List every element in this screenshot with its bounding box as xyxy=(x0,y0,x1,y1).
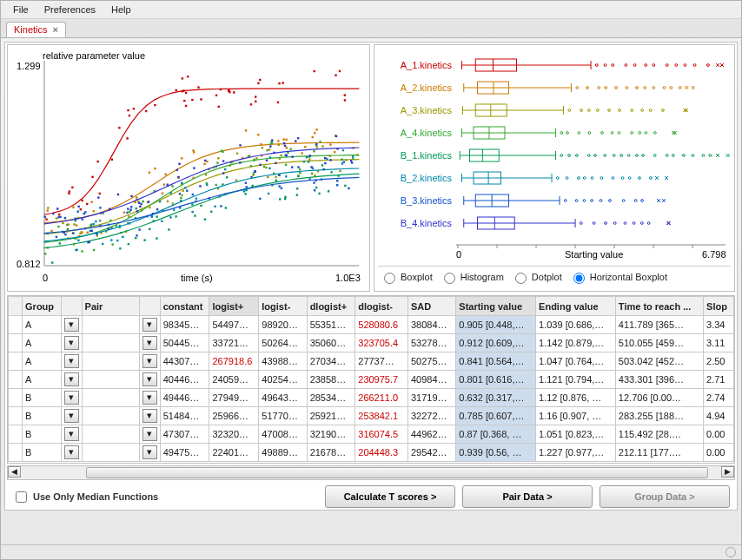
tab-kinetics[interactable]: Kinetics × xyxy=(6,22,66,37)
table-row[interactable]: A▾▾98345…54497…98920…55351…528080.638084… xyxy=(9,316,734,334)
dropdown-icon[interactable]: ▾ xyxy=(64,372,79,386)
group-dropdown[interactable]: ▾ xyxy=(61,334,82,352)
svg-rect-330 xyxy=(146,215,148,217)
dropdown-icon[interactable]: ▾ xyxy=(142,372,157,386)
cell: 510.055 [459… xyxy=(615,334,703,352)
col-header[interactable]: constant xyxy=(160,297,209,316)
dropdown-icon[interactable]: ▾ xyxy=(64,391,79,405)
median-only-checkbox[interactable]: Use Only Median Functions xyxy=(12,489,318,505)
scroll-right-icon[interactable]: ▶ xyxy=(721,466,734,478)
pair-dropdown[interactable]: ▾ xyxy=(139,371,160,389)
pair-dropdown[interactable]: ▾ xyxy=(139,352,160,371)
cell-pair xyxy=(82,389,139,407)
col-header[interactable]: Pair xyxy=(82,297,139,316)
group-dropdown[interactable]: ▾ xyxy=(61,425,82,444)
col-header[interactable]: logist+ xyxy=(209,297,259,316)
col-header[interactable] xyxy=(9,297,23,316)
col-header[interactable]: dlogist- xyxy=(355,297,408,316)
row-check[interactable] xyxy=(9,407,23,425)
table-row[interactable]: B▾▾49475…22401…49889…21678…204448.329542… xyxy=(9,444,734,462)
group-dropdown[interactable]: ▾ xyxy=(61,316,82,334)
dropdown-icon[interactable]: ▾ xyxy=(142,427,157,441)
svg-rect-149 xyxy=(73,223,75,225)
row-check[interactable] xyxy=(9,352,23,371)
col-header[interactable]: Slop xyxy=(704,297,734,316)
col-header[interactable]: logist- xyxy=(259,297,307,316)
radio-horizontal-boxplot[interactable]: Horizontal Boxplot xyxy=(569,270,667,284)
dropdown-icon[interactable]: ▾ xyxy=(142,336,157,350)
pair-data-button[interactable]: Pair Data > xyxy=(462,485,593,508)
table-row[interactable]: A▾▾50445…33721…50264…35060…323705.453278… xyxy=(9,334,734,352)
dropdown-icon[interactable]: ▾ xyxy=(64,445,79,459)
row-check[interactable] xyxy=(9,444,23,462)
svg-rect-263 xyxy=(268,193,269,194)
table-row[interactable]: B▾▾51484…25966…51770…25921…253842.132272… xyxy=(9,407,734,425)
pair-dropdown[interactable]: ▾ xyxy=(139,407,160,425)
group-dropdown[interactable]: ▾ xyxy=(61,407,82,425)
col-header[interactable]: dlogist+ xyxy=(307,297,355,316)
col-header[interactable]: Ending value xyxy=(536,297,616,316)
cell: 43988… xyxy=(259,352,307,371)
menu-help[interactable]: Help xyxy=(104,3,138,16)
group-dropdown[interactable]: ▾ xyxy=(61,352,82,371)
col-header[interactable]: Starting value xyxy=(456,297,536,316)
group-dropdown[interactable]: ▾ xyxy=(61,444,82,462)
svg-point-518 xyxy=(564,200,566,202)
pair-dropdown[interactable]: ▾ xyxy=(139,389,160,407)
tab-close-icon[interactable]: × xyxy=(53,24,58,35)
cell: 0.87 [0.368, … xyxy=(456,425,536,444)
row-check[interactable] xyxy=(9,334,23,352)
cell: 0.905 [0.448,… xyxy=(456,316,536,334)
svg-rect-335 xyxy=(99,207,101,208)
pair-dropdown[interactable]: ▾ xyxy=(139,444,160,462)
table-row[interactable]: B▾▾47307…32320…47008…32190…316074.544962… xyxy=(9,425,734,444)
col-header[interactable] xyxy=(61,297,82,316)
dropdown-icon[interactable]: ▾ xyxy=(64,427,79,441)
table-row[interactable]: B▾▾49446…27949…49643…28534…266211.031719… xyxy=(9,389,734,407)
cell: 27737… xyxy=(355,352,408,371)
dropdown-icon[interactable]: ▾ xyxy=(64,409,79,423)
scroll-left-icon[interactable]: ◀ xyxy=(8,466,21,478)
radio-dotplot[interactable]: Dotplot xyxy=(511,270,562,284)
median-only-input[interactable] xyxy=(16,491,27,503)
pair-dropdown[interactable]: ▾ xyxy=(139,334,160,352)
cell: 283.255 [188… xyxy=(615,407,703,425)
group-data-button[interactable]: Group Data > xyxy=(600,485,730,508)
svg-rect-259 xyxy=(206,184,208,186)
svg-rect-210 xyxy=(143,239,145,240)
calculate-t-scores-button[interactable]: Calculate T scores > xyxy=(325,485,455,508)
menu-preferences[interactable]: Preferences xyxy=(37,3,103,16)
col-header[interactable]: Group xyxy=(23,297,62,316)
row-check[interactable] xyxy=(9,389,23,407)
col-header[interactable]: Time to reach ... xyxy=(615,297,703,316)
svg-rect-89 xyxy=(282,138,284,140)
menu-file[interactable]: File xyxy=(6,3,36,16)
cell: 44307… xyxy=(160,352,209,371)
table-row[interactable]: A▾▾40446…24059…40254…23858…230975.740984… xyxy=(9,371,734,389)
row-check[interactable] xyxy=(9,371,23,389)
group-dropdown[interactable]: ▾ xyxy=(61,389,82,407)
svg-rect-97 xyxy=(192,149,194,151)
dropdown-icon[interactable]: ▾ xyxy=(142,318,157,332)
dropdown-icon[interactable]: ▾ xyxy=(64,336,79,350)
row-check[interactable] xyxy=(9,425,23,444)
pair-dropdown[interactable]: ▾ xyxy=(139,316,160,334)
table-row[interactable]: A▾▾44307…267918.643988…27034…27737…50275… xyxy=(9,352,734,371)
dropdown-icon[interactable]: ▾ xyxy=(142,354,157,368)
horizontal-scrollbar[interactable]: ◀ ▶ xyxy=(7,465,735,480)
svg-rect-17 xyxy=(255,96,256,97)
col-header[interactable] xyxy=(139,297,160,316)
row-check[interactable] xyxy=(9,316,23,334)
col-header[interactable]: SAD xyxy=(407,297,455,316)
scroll-thumb[interactable] xyxy=(86,467,708,478)
dropdown-icon[interactable]: ▾ xyxy=(142,445,157,459)
dropdown-icon[interactable]: ▾ xyxy=(64,318,79,332)
group-dropdown[interactable]: ▾ xyxy=(61,371,82,389)
cell: 1.039 [0.686,… xyxy=(536,316,616,334)
dropdown-icon[interactable]: ▾ xyxy=(142,409,157,423)
dropdown-icon[interactable]: ▾ xyxy=(142,391,157,405)
radio-histogram[interactable]: Histogram xyxy=(440,270,504,284)
pair-dropdown[interactable]: ▾ xyxy=(139,425,160,444)
dropdown-icon[interactable]: ▾ xyxy=(64,354,79,368)
radio-boxplot[interactable]: Boxplot xyxy=(380,270,433,284)
